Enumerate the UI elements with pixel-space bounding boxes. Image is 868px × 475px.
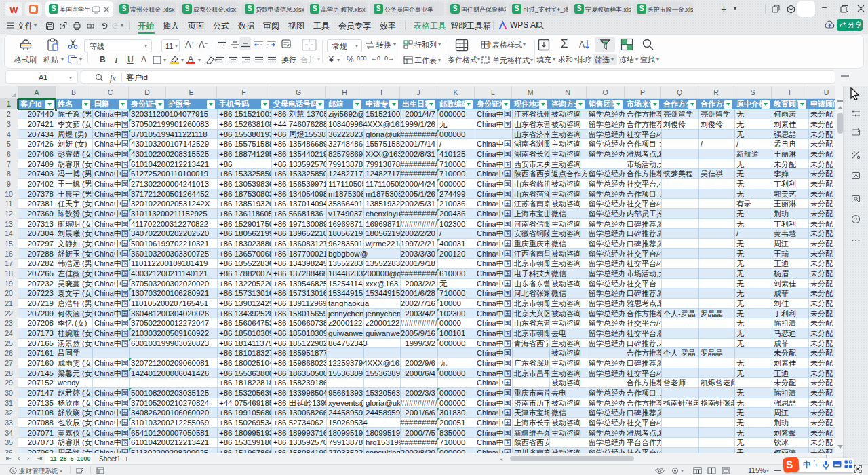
svg-text:A: A <box>579 40 585 50</box>
svg-text:?: ? <box>854 216 858 223</box>
svg-text:W: W <box>9 5 18 15</box>
svg-text:✎: ✎ <box>12 469 15 473</box>
